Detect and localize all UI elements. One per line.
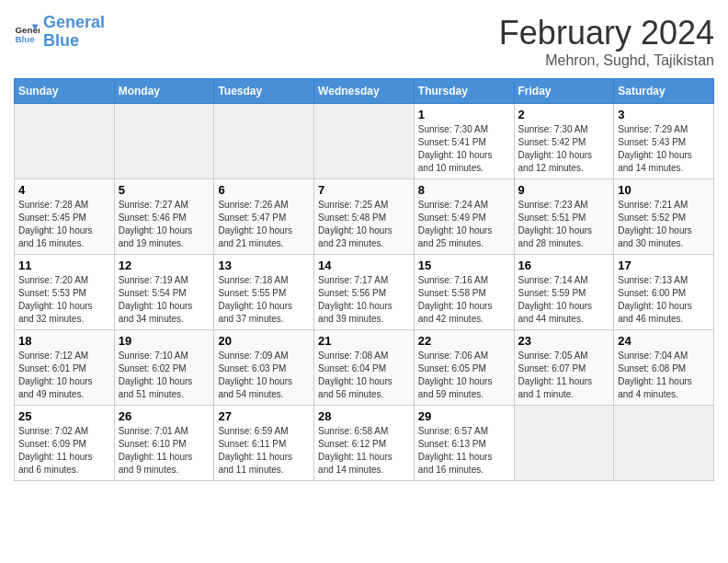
day-info: Sunrise: 7:02 AMSunset: 6:09 PMDaylight:… bbox=[18, 425, 110, 477]
day-number: 8 bbox=[418, 183, 510, 197]
calendar-cell: 26Sunrise: 7:01 AMSunset: 6:10 PMDayligh… bbox=[114, 406, 214, 481]
day-info: Sunrise: 7:21 AMSunset: 5:52 PMDaylight:… bbox=[618, 199, 710, 250]
calendar-week-4: 18Sunrise: 7:12 AMSunset: 6:01 PMDayligh… bbox=[15, 330, 714, 406]
calendar-cell: 7Sunrise: 7:25 AMSunset: 5:48 PMDaylight… bbox=[314, 179, 415, 255]
day-info: Sunrise: 7:17 AMSunset: 5:56 PMDaylight:… bbox=[318, 274, 410, 326]
logo-icon: General Blue bbox=[14, 19, 40, 45]
day-number: 19 bbox=[119, 334, 210, 348]
weekday-header-thursday: Thursday bbox=[414, 79, 514, 104]
day-info: Sunrise: 7:01 AMSunset: 6:10 PMDaylight:… bbox=[119, 425, 210, 477]
day-number: 14 bbox=[318, 259, 410, 272]
calendar-cell: 17Sunrise: 7:13 AMSunset: 6:00 PMDayligh… bbox=[614, 255, 714, 330]
day-number: 28 bbox=[318, 409, 410, 423]
day-info: Sunrise: 7:28 AMSunset: 5:45 PMDaylight:… bbox=[18, 199, 110, 250]
logo: General Blue General Blue bbox=[14, 14, 105, 51]
calendar-cell: 11Sunrise: 7:20 AMSunset: 5:53 PMDayligh… bbox=[15, 255, 115, 330]
month-title: February 2024 bbox=[499, 14, 714, 52]
calendar-week-1: 1Sunrise: 7:30 AMSunset: 5:41 PMDaylight… bbox=[15, 104, 714, 179]
day-number: 2 bbox=[518, 108, 610, 121]
day-info: Sunrise: 7:27 AMSunset: 5:46 PMDaylight:… bbox=[119, 199, 210, 250]
day-number: 7 bbox=[318, 183, 410, 197]
calendar-table: SundayMondayTuesdayWednesdayThursdayFrid… bbox=[14, 78, 714, 481]
day-number: 6 bbox=[218, 183, 310, 197]
day-number: 10 bbox=[618, 183, 710, 197]
day-number: 24 bbox=[618, 334, 710, 348]
calendar-cell: 5Sunrise: 7:27 AMSunset: 5:46 PMDaylight… bbox=[114, 179, 214, 255]
location-title: Mehron, Sughd, Tajikistan bbox=[499, 52, 714, 69]
calendar-header-row: SundayMondayTuesdayWednesdayThursdayFrid… bbox=[15, 79, 714, 104]
day-number: 20 bbox=[218, 334, 310, 348]
day-number: 27 bbox=[218, 409, 310, 423]
weekday-header-tuesday: Tuesday bbox=[214, 79, 314, 104]
day-info: Sunrise: 7:08 AMSunset: 6:04 PMDaylight:… bbox=[318, 350, 410, 401]
calendar-cell: 27Sunrise: 6:59 AMSunset: 6:11 PMDayligh… bbox=[214, 406, 314, 481]
calendar-body: 1Sunrise: 7:30 AMSunset: 5:41 PMDaylight… bbox=[15, 104, 714, 481]
calendar-cell bbox=[314, 104, 415, 179]
day-info: Sunrise: 7:12 AMSunset: 6:01 PMDaylight:… bbox=[18, 350, 110, 401]
day-number: 17 bbox=[618, 259, 710, 272]
logo-general: General bbox=[43, 13, 105, 31]
calendar-cell bbox=[15, 104, 115, 179]
day-number: 29 bbox=[418, 409, 510, 423]
logo-text: General Blue bbox=[43, 14, 105, 51]
day-number: 23 bbox=[518, 334, 610, 348]
title-area: February 2024 Mehron, Sughd, Tajikistan bbox=[499, 14, 714, 69]
logo-blue: Blue bbox=[43, 31, 79, 50]
calendar-cell: 25Sunrise: 7:02 AMSunset: 6:09 PMDayligh… bbox=[15, 406, 115, 481]
day-number: 11 bbox=[18, 259, 110, 272]
day-number: 9 bbox=[518, 183, 610, 197]
calendar-cell: 29Sunrise: 6:57 AMSunset: 6:13 PMDayligh… bbox=[414, 406, 514, 481]
day-info: Sunrise: 7:20 AMSunset: 5:53 PMDaylight:… bbox=[18, 274, 110, 326]
calendar-cell bbox=[514, 406, 614, 481]
calendar-cell: 13Sunrise: 7:18 AMSunset: 5:55 PMDayligh… bbox=[214, 255, 314, 330]
day-info: Sunrise: 7:04 AMSunset: 6:08 PMDaylight:… bbox=[618, 350, 710, 401]
weekday-header-monday: Monday bbox=[114, 79, 214, 104]
calendar-cell: 3Sunrise: 7:29 AMSunset: 5:43 PMDaylight… bbox=[614, 104, 714, 179]
day-info: Sunrise: 6:59 AMSunset: 6:11 PMDaylight:… bbox=[218, 425, 310, 477]
calendar-cell: 10Sunrise: 7:21 AMSunset: 5:52 PMDayligh… bbox=[614, 179, 714, 255]
weekday-header-wednesday: Wednesday bbox=[314, 79, 415, 104]
calendar-cell: 28Sunrise: 6:58 AMSunset: 6:12 PMDayligh… bbox=[314, 406, 415, 481]
calendar-cell: 20Sunrise: 7:09 AMSunset: 6:03 PMDayligh… bbox=[214, 330, 314, 406]
day-info: Sunrise: 6:58 AMSunset: 6:12 PMDaylight:… bbox=[318, 425, 410, 477]
calendar-cell: 14Sunrise: 7:17 AMSunset: 5:56 PMDayligh… bbox=[314, 255, 415, 330]
calendar-cell: 19Sunrise: 7:10 AMSunset: 6:02 PMDayligh… bbox=[114, 330, 214, 406]
day-info: Sunrise: 7:29 AMSunset: 5:43 PMDaylight:… bbox=[618, 123, 710, 175]
day-info: Sunrise: 7:06 AMSunset: 6:05 PMDaylight:… bbox=[418, 350, 510, 401]
day-info: Sunrise: 7:19 AMSunset: 5:54 PMDaylight:… bbox=[119, 274, 210, 326]
calendar-cell: 8Sunrise: 7:24 AMSunset: 5:49 PMDaylight… bbox=[414, 179, 514, 255]
day-info: Sunrise: 7:23 AMSunset: 5:51 PMDaylight:… bbox=[518, 199, 610, 250]
calendar-cell: 6Sunrise: 7:26 AMSunset: 5:47 PMDaylight… bbox=[214, 179, 314, 255]
calendar-cell bbox=[214, 104, 314, 179]
day-number: 18 bbox=[18, 334, 110, 348]
calendar-cell: 24Sunrise: 7:04 AMSunset: 6:08 PMDayligh… bbox=[614, 330, 714, 406]
calendar-week-5: 25Sunrise: 7:02 AMSunset: 6:09 PMDayligh… bbox=[15, 406, 714, 481]
calendar-cell: 16Sunrise: 7:14 AMSunset: 5:59 PMDayligh… bbox=[514, 255, 614, 330]
calendar-week-2: 4Sunrise: 7:28 AMSunset: 5:45 PMDaylight… bbox=[15, 179, 714, 255]
calendar-cell: 4Sunrise: 7:28 AMSunset: 5:45 PMDaylight… bbox=[15, 179, 115, 255]
day-number: 22 bbox=[418, 334, 510, 348]
calendar-cell: 1Sunrise: 7:30 AMSunset: 5:41 PMDaylight… bbox=[414, 104, 514, 179]
day-info: Sunrise: 7:24 AMSunset: 5:49 PMDaylight:… bbox=[418, 199, 510, 250]
day-info: Sunrise: 7:18 AMSunset: 5:55 PMDaylight:… bbox=[218, 274, 310, 326]
calendar-cell: 15Sunrise: 7:16 AMSunset: 5:58 PMDayligh… bbox=[414, 255, 514, 330]
day-number: 12 bbox=[119, 259, 210, 272]
svg-text:Blue: Blue bbox=[15, 34, 35, 44]
day-info: Sunrise: 7:25 AMSunset: 5:48 PMDaylight:… bbox=[318, 199, 410, 250]
day-info: Sunrise: 7:10 AMSunset: 6:02 PMDaylight:… bbox=[119, 350, 210, 401]
calendar-week-3: 11Sunrise: 7:20 AMSunset: 5:53 PMDayligh… bbox=[15, 255, 714, 330]
day-number: 4 bbox=[18, 183, 110, 197]
day-info: Sunrise: 7:14 AMSunset: 5:59 PMDaylight:… bbox=[518, 274, 610, 326]
day-number: 26 bbox=[119, 409, 210, 423]
day-info: Sunrise: 7:16 AMSunset: 5:58 PMDaylight:… bbox=[418, 274, 510, 326]
day-info: Sunrise: 7:26 AMSunset: 5:47 PMDaylight:… bbox=[218, 199, 310, 250]
calendar-cell bbox=[114, 104, 214, 179]
weekday-header-sunday: Sunday bbox=[15, 79, 115, 104]
day-number: 3 bbox=[618, 108, 710, 121]
day-number: 21 bbox=[318, 334, 410, 348]
day-number: 16 bbox=[518, 259, 610, 272]
calendar-cell: 2Sunrise: 7:30 AMSunset: 5:42 PMDaylight… bbox=[514, 104, 614, 179]
day-number: 25 bbox=[18, 409, 110, 423]
day-number: 1 bbox=[418, 108, 510, 121]
calendar-cell: 22Sunrise: 7:06 AMSunset: 6:05 PMDayligh… bbox=[414, 330, 514, 406]
